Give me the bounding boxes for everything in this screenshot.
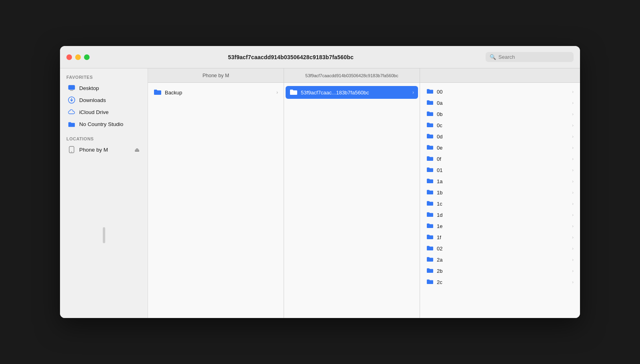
subfolder-chevron: › xyxy=(572,257,574,262)
locations-section: Locations Phone by M ⏏ xyxy=(60,136,148,156)
subfolder-icon xyxy=(426,256,434,263)
list-item[interactable]: 1f › xyxy=(420,232,580,243)
downloads-icon xyxy=(68,96,75,104)
traffic-lights xyxy=(66,54,90,60)
sidebar-item-desktop-label: Desktop xyxy=(79,85,99,91)
column-1: Phone by M Backup › xyxy=(148,68,284,318)
subfolder-icon xyxy=(426,133,434,140)
sidebar: Favorites Desktop xyxy=(60,68,148,318)
list-item[interactable]: 0d › xyxy=(420,131,580,142)
svg-rect-1 xyxy=(70,90,73,91)
backup-chevron: › xyxy=(276,90,278,95)
sidebar-item-phone[interactable]: Phone by M ⏏ xyxy=(62,144,146,156)
column-2-header: 53f9acf7caacdd914b03506428c9183b7fa560bc xyxy=(284,68,420,83)
subfolder-chevron: › xyxy=(572,212,574,217)
subfolder-label: 02 xyxy=(437,246,442,252)
nocountry-folder-icon xyxy=(68,120,75,128)
subfolder-label: 00 xyxy=(437,89,442,95)
subfolder-label: 1d xyxy=(437,212,442,218)
subfolder-label: 2a xyxy=(437,257,442,263)
window-title: 53f9acf7caacdd914b03506428c9183b7fa560bc xyxy=(96,54,486,60)
eject-icon[interactable]: ⏏ xyxy=(134,146,140,153)
search-icon: 🔍 xyxy=(490,54,496,60)
list-item[interactable]: 1d › xyxy=(420,209,580,220)
sidebar-item-nocountry[interactable]: No Country Studio xyxy=(62,118,146,130)
subfolder-label: 1c xyxy=(437,201,442,207)
subfolder-icon xyxy=(426,178,434,185)
column-3-header xyxy=(420,68,580,83)
list-item[interactable]: 0f › xyxy=(420,153,580,164)
list-item[interactable]: 0a › xyxy=(420,97,580,108)
sidebar-item-downloads-label: Downloads xyxy=(79,97,106,103)
search-input[interactable] xyxy=(498,54,570,60)
list-item[interactable]: 2c › xyxy=(420,276,580,288)
subfolder-chevron: › xyxy=(572,134,574,139)
hash-folder-icon xyxy=(290,88,298,96)
subfolder-chevron: › xyxy=(572,268,574,273)
sidebar-item-icloud-label: iCloud Drive xyxy=(79,109,109,115)
titlebar: 53f9acf7caacdd914b03506428c9183b7fa560bc… xyxy=(60,46,580,68)
list-item[interactable]: 1c › xyxy=(420,198,580,209)
sidebar-item-phone-label: Phone by M xyxy=(79,147,108,153)
subfolder-label: 1e xyxy=(437,223,442,229)
subfolder-label: 1f xyxy=(437,234,441,240)
list-item[interactable]: 53f9acf7caac...183b7fa560bc › xyxy=(286,86,418,99)
subfolder-icon xyxy=(426,88,434,95)
close-button[interactable] xyxy=(66,54,72,60)
subfolder-chevron: › xyxy=(572,224,574,228)
locations-label: Locations xyxy=(60,136,148,144)
subfolder-icon xyxy=(426,122,434,129)
sidebar-item-desktop[interactable]: Desktop xyxy=(62,82,146,94)
subfolder-label: 0c xyxy=(437,122,442,128)
list-item[interactable]: 1b › xyxy=(420,187,580,198)
finder-window: 53f9acf7caacdd914b03506428c9183b7fa560bc… xyxy=(60,46,580,318)
list-item[interactable]: 1a › xyxy=(420,176,580,187)
list-item[interactable]: 1e › xyxy=(420,220,580,232)
backup-folder-icon xyxy=(154,88,162,96)
subfolder-chevron: › xyxy=(572,168,574,172)
subfolder-label: 2c xyxy=(437,279,442,285)
subfolder-chevron: › xyxy=(572,112,574,116)
list-item[interactable]: 00 › xyxy=(420,86,580,97)
subfolder-chevron: › xyxy=(572,179,574,184)
sidebar-item-icloud[interactable]: iCloud Drive xyxy=(62,106,146,118)
subfolder-label: 1b xyxy=(437,190,442,196)
list-item[interactable]: Backup › xyxy=(148,86,284,99)
phone-icon xyxy=(68,146,75,153)
list-item[interactable]: 0c › xyxy=(420,120,580,131)
subfolder-icon xyxy=(426,234,434,241)
subfolder-icon xyxy=(426,110,434,118)
subfolder-label: 0e xyxy=(437,145,442,151)
subfolder-chevron: › xyxy=(572,156,574,161)
subfolder-chevron: › xyxy=(572,235,574,240)
list-item[interactable]: 0e › xyxy=(420,142,580,153)
search-bar[interactable]: 🔍 xyxy=(486,52,574,62)
subfolder-label: 0a xyxy=(437,100,442,106)
svg-rect-0 xyxy=(68,85,75,90)
subfolder-icon xyxy=(426,166,434,174)
column-1-content: Backup › xyxy=(148,83,284,318)
subfolder-label: 1a xyxy=(437,178,442,184)
hash-folder-chevron: › xyxy=(412,90,414,95)
subfolder-label: 0b xyxy=(437,111,442,117)
subfolder-label: 2b xyxy=(437,268,442,274)
subfolder-icon xyxy=(426,99,434,106)
minimize-button[interactable] xyxy=(75,54,81,60)
svg-point-5 xyxy=(71,152,72,152)
subfolder-chevron: › xyxy=(572,100,574,105)
subfolder-icon xyxy=(426,278,434,286)
list-item[interactable]: 01 › xyxy=(420,164,580,176)
sidebar-item-downloads[interactable]: Downloads xyxy=(62,94,146,106)
main-content: Favorites Desktop xyxy=(60,68,580,318)
maximize-button[interactable] xyxy=(84,54,90,60)
subfolder-chevron: › xyxy=(572,89,574,94)
subfolder-label: 0f xyxy=(437,156,441,162)
icloud-icon xyxy=(68,108,75,116)
list-item[interactable]: 2b › xyxy=(420,265,580,276)
subfolder-icon xyxy=(426,155,434,162)
list-item[interactable]: 2a › xyxy=(420,254,580,265)
sidebar-scrollbar[interactable] xyxy=(103,227,105,243)
column-2-content: 53f9acf7caac...183b7fa560bc › xyxy=(284,83,420,318)
list-item[interactable]: 02 › xyxy=(420,243,580,254)
list-item[interactable]: 0b › xyxy=(420,108,580,120)
